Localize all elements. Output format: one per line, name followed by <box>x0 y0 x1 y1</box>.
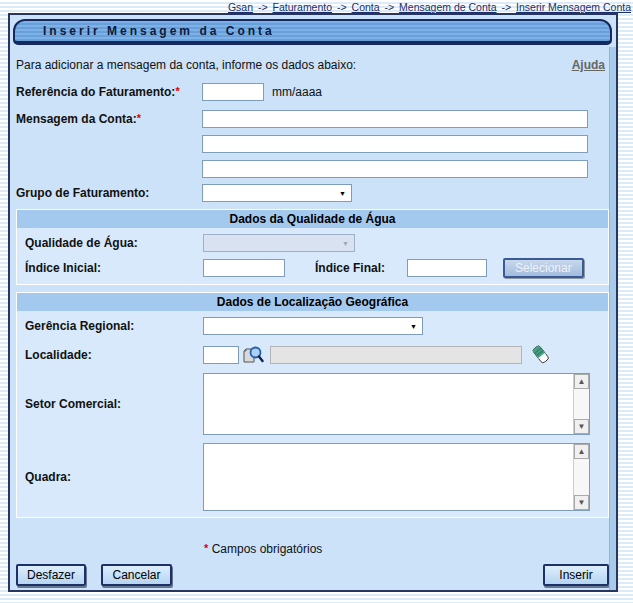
scroll-down-icon[interactable]: ▼ <box>574 495 589 510</box>
quadra-label: Quadra: <box>25 470 203 484</box>
instruction-text: Para adicionar a mensagem da conta, info… <box>16 58 356 72</box>
breadcrumb-link-mensagem-de-conta[interactable]: Mensagem de Conta <box>399 1 496 13</box>
mensagem-line1-input[interactable] <box>202 110 588 128</box>
chevron-down-icon: ▼ <box>410 323 417 330</box>
breadcrumb-link-conta[interactable]: Conta <box>352 1 380 13</box>
help-link[interactable]: Ajuda <box>572 58 605 72</box>
breadcrumb: Gsan -> Faturamento -> Conta -> Mensagem… <box>228 1 631 13</box>
referencia-label: Referência do Faturamento:* <box>16 85 202 99</box>
selecionar-button: Selecionar <box>503 258 584 278</box>
breadcrumb-separator: -> <box>499 1 513 13</box>
inserir-button[interactable]: Inserir <box>543 564 609 586</box>
required-asterisk: * <box>175 85 179 97</box>
mensagem-label: Mensagem da Conta:* <box>16 112 202 126</box>
indice-inicial-input[interactable] <box>203 259 285 277</box>
referencia-format-hint: mm/aaaa <box>272 85 322 99</box>
setor-scrollbar[interactable]: ▲ ▼ <box>573 374 589 434</box>
qualidade-agua-section-title: Dados da Qualidade de Água <box>17 210 608 228</box>
indice-final-label: Índice Final: <box>315 261 405 275</box>
breadcrumb-link-faturamento[interactable]: Faturamento <box>273 1 333 13</box>
required-asterisk: * <box>137 112 141 124</box>
breadcrumb-separator: -> <box>256 1 270 13</box>
mensagem-line2-input[interactable] <box>202 135 588 153</box>
chevron-down-icon: ▼ <box>342 240 349 247</box>
setor-comercial-listbox[interactable]: ▲ ▼ <box>203 373 590 435</box>
breadcrumb-link-inserir-mensagem-conta[interactable]: Inserir Mensagem Conta <box>516 1 631 13</box>
search-icon[interactable] <box>243 344 264 365</box>
quadra-listbox[interactable]: ▲ ▼ <box>203 443 590 511</box>
localizacao-geografica-section-title: Dados de Localização Geográfica <box>17 293 608 311</box>
cancelar-button[interactable]: Cancelar <box>101 564 171 586</box>
localizacao-geografica-section: Dados de Localização Geográfica Gerência… <box>16 292 609 518</box>
referencia-input[interactable] <box>202 83 264 101</box>
indice-final-input[interactable] <box>407 259 487 277</box>
breadcrumb-link-gsan[interactable]: Gsan <box>228 1 253 13</box>
grupo-faturamento-select[interactable]: ▼ <box>202 184 352 202</box>
gerencia-regional-select[interactable]: ▼ <box>203 317 423 335</box>
setor-comercial-label: Setor Comercial: <box>25 397 203 411</box>
localidade-label: Localidade: <box>25 348 203 362</box>
page-title: Inserir Mensagem da Conta <box>43 24 275 38</box>
desfazer-button[interactable]: Desfazer <box>16 564 86 586</box>
scroll-up-icon[interactable]: ▲ <box>574 444 589 459</box>
mensagem-line3-input[interactable] <box>202 160 588 178</box>
localidade-name-field <box>270 346 522 364</box>
left-button-group: Desfazer Cancelar <box>16 564 172 586</box>
required-asterisk: * <box>204 542 208 554</box>
main-frame: Inserir Mensagem da Conta Para adicionar… <box>8 13 618 592</box>
eraser-icon[interactable] <box>531 344 550 365</box>
page-title-bar: Inserir Mensagem da Conta <box>13 19 612 45</box>
breadcrumb-separator: -> <box>335 1 349 13</box>
quadra-scrollbar[interactable]: ▲ ▼ <box>573 444 589 510</box>
qualidade-agua-select: ▼ <box>203 234 355 252</box>
qualidade-agua-section: Dados da Qualidade de Água Qualidade de … <box>16 209 609 285</box>
gerencia-regional-label: Gerência Regional: <box>25 319 203 333</box>
required-fields-note: * Campos obrigatórios <box>204 542 609 556</box>
indice-inicial-label: Índice Inicial: <box>25 261 203 275</box>
page-scrollbar-track[interactable] <box>609 47 616 590</box>
grupo-faturamento-label: Grupo de Faturamento: <box>16 186 202 200</box>
breadcrumb-separator: -> <box>383 1 397 13</box>
qualidade-agua-label: Qualidade de Água: <box>25 236 203 250</box>
scroll-down-icon[interactable]: ▼ <box>574 419 589 434</box>
chevron-down-icon: ▼ <box>339 190 346 197</box>
localidade-code-input[interactable] <box>203 346 239 364</box>
scroll-up-icon[interactable]: ▲ <box>574 374 589 389</box>
